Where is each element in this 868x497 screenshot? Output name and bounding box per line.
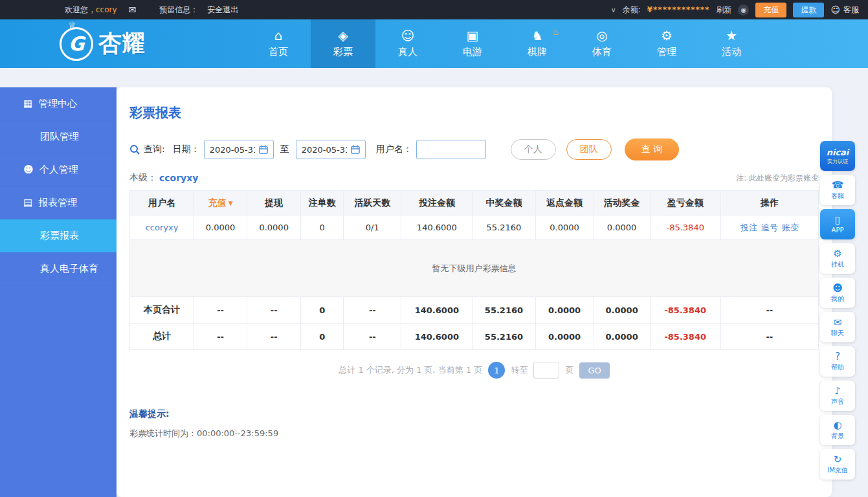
floatbar: nicai 实力认证 ☎客服▯APP⚙挂机☻我的✉聊天?帮助♪声音◐背景↻IM充… (820, 141, 855, 480)
floatbar-item-service[interactable]: ☎客服 (820, 175, 855, 205)
nav-item-label: 体育 (592, 46, 612, 58)
main-navbar: ♕ G 杏耀 ⌂首页◈彩票☺真人▣电游♞♨棋牌◎体育⚙管理★活动 (0, 19, 868, 68)
floatbar-item-label: IM充值 (827, 466, 848, 475)
floatbar-item-chat[interactable]: ✉聊天 (820, 312, 855, 342)
total-label: 总计 (130, 324, 194, 350)
table-col-header-5[interactable]: 投注金额 (401, 191, 473, 215)
nav-item-label: 棋牌 (528, 46, 547, 58)
total-value: -85.3840 (650, 297, 720, 324)
floatbar-item-im-recharge[interactable]: ↻IM充值 (820, 449, 855, 480)
table-col-header-4[interactable]: 活跃天数 (344, 191, 401, 215)
activity-icon: ★ (726, 29, 737, 42)
table-col-header-0[interactable]: 用户名 (130, 191, 194, 215)
eye-icon[interactable]: ◉ (738, 5, 749, 16)
tips-title: 温馨提示: (129, 408, 819, 420)
withdraw-button[interactable]: 提款 (793, 3, 824, 17)
nav-item-lottery[interactable]: ◈彩票 (311, 19, 375, 68)
nav-item-egame[interactable]: ▣电游 (440, 19, 505, 68)
sidebar-item-lottery-report[interactable]: 彩票报表 (0, 219, 117, 252)
cell-value: 0/1 (344, 215, 401, 240)
nav-item-sports[interactable]: ◎体育 (570, 19, 634, 68)
manage-icon: ⚙ (661, 29, 673, 42)
nav-item-live[interactable]: ☺真人 (375, 19, 440, 68)
nav-items: ⌂首页◈彩票☺真人▣电游♞♨棋牌◎体育⚙管理★活动 (246, 19, 764, 68)
action-link[interactable]: 账变 (782, 223, 799, 232)
table-col-header-7[interactable]: 返点金额 (535, 191, 594, 215)
sidebar-item-label: 彩票报表 (40, 230, 79, 242)
customer-service-button[interactable]: ☺客服 (830, 5, 859, 16)
sidebar-item-team-manage[interactable]: 团队管理 (0, 120, 117, 153)
floatbar-item-app[interactable]: ▯APP (820, 209, 855, 239)
floatbar-item-mine[interactable]: ☻我的 (820, 278, 855, 308)
hangup-icon: ⚙ (833, 248, 841, 259)
total-value: -- (247, 297, 301, 324)
site-logo[interactable]: ♕ G 杏耀 (60, 19, 189, 68)
table-col-header-10[interactable]: 操作 (720, 191, 818, 215)
table-row: ccoryxy0.00000.000000/1140.600055.21600.… (130, 215, 819, 240)
sidebar-item-admin-center[interactable]: ▦管理中心 (0, 87, 117, 120)
personal-button[interactable]: 个人 (511, 139, 556, 160)
nav-item-label: 彩票 (333, 46, 353, 58)
cell-username[interactable]: ccoryxy (130, 215, 194, 240)
floatbar-item-help[interactable]: ?帮助 (820, 346, 855, 377)
floatbar-item-hangup[interactable]: ⚙挂机 (820, 243, 855, 274)
hot-icon: ♨ (551, 27, 559, 37)
balance-label: 余额: (623, 5, 641, 16)
cell-value: 0.0000 (194, 215, 247, 240)
sidebar-item-live-egame-sports[interactable]: 真人电子体育 (0, 252, 117, 285)
nav-item-label: 管理 (657, 46, 676, 58)
username-input[interactable] (416, 140, 486, 159)
goto-page-input[interactable] (533, 362, 559, 379)
total-value: -- (344, 297, 401, 324)
live-icon: ☺ (401, 29, 415, 42)
total-value: 0.0000 (535, 324, 594, 350)
team-button[interactable]: 团队 (566, 139, 612, 160)
calendar-icon[interactable] (259, 145, 268, 154)
service-label: 客服 (843, 5, 859, 16)
floatbar-item-background[interactable]: ◐背景 (820, 415, 855, 445)
table-col-header-6[interactable]: 中奖金额 (473, 191, 535, 215)
page-1-button[interactable]: 1 (488, 362, 505, 379)
table-body: ccoryxy0.00000.000000/1140.600055.21600.… (130, 215, 819, 350)
nicai-certification-badge[interactable]: nicai 实力认证 (820, 141, 855, 171)
search-button[interactable]: 查 询 (625, 138, 679, 160)
sidebar-item-report-manage[interactable]: ▤报表管理 (0, 186, 117, 219)
nav-item-label: 活动 (722, 46, 741, 58)
action-link[interactable]: 追号 (761, 223, 778, 232)
total-value: -- (720, 324, 818, 350)
date-from-input[interactable] (210, 145, 255, 155)
floatbar-item-label: 声音 (831, 397, 844, 406)
level-value-link[interactable]: ccoryxy (159, 173, 198, 183)
sidebar-item-personal-manage[interactable]: ☻个人管理 (0, 153, 117, 186)
nav-item-activity[interactable]: ★活动 (699, 19, 764, 68)
table-col-header-2[interactable]: 提现 (247, 191, 301, 215)
nav-item-chess[interactable]: ♞♨棋牌 (505, 19, 570, 68)
date-to-field[interactable] (296, 140, 366, 159)
date-to-input[interactable] (302, 145, 347, 155)
table-col-header-8[interactable]: 活动奖金 (594, 191, 650, 215)
logo-text: 杏耀 (98, 28, 145, 60)
floatbar-item-sound[interactable]: ♪声音 (820, 381, 855, 411)
nav-item-manage[interactable]: ⚙管理 (634, 19, 699, 68)
recharge-button[interactable]: 充值 (755, 3, 786, 17)
date-from-field[interactable] (204, 140, 274, 159)
table-col-header-1[interactable]: 充值▼ (194, 191, 247, 215)
page-title: 彩票报表 (129, 104, 819, 122)
refresh-link[interactable]: 刷新 (716, 5, 731, 16)
report-icon: ▤ (23, 197, 32, 208)
mail-icon[interactable]: ✉ (129, 5, 137, 15)
tips-content: 彩票统计时间为：00:00:00--23:59:59 (129, 428, 819, 439)
table-col-header-3[interactable]: 注单数 (301, 191, 344, 215)
logout-link[interactable]: 安全退出 (207, 5, 238, 16)
go-button[interactable]: GO (579, 362, 609, 379)
calendar-icon[interactable] (351, 145, 360, 154)
im-recharge-icon: ↻ (834, 454, 842, 465)
welcome-prefix: 欢迎您， (65, 5, 96, 14)
action-link[interactable]: 投注 (740, 223, 757, 232)
level-row: 本级： ccoryxy 注: 此处账变为彩票账变 (129, 172, 819, 184)
nav-item-home[interactable]: ⌂首页 (246, 19, 311, 68)
total-value: 0 (301, 297, 344, 324)
table-col-header-9[interactable]: 盈亏金额 (650, 191, 720, 215)
chevron-down-icon[interactable]: ∨ (611, 6, 616, 14)
nav-item-label: 首页 (269, 46, 288, 58)
